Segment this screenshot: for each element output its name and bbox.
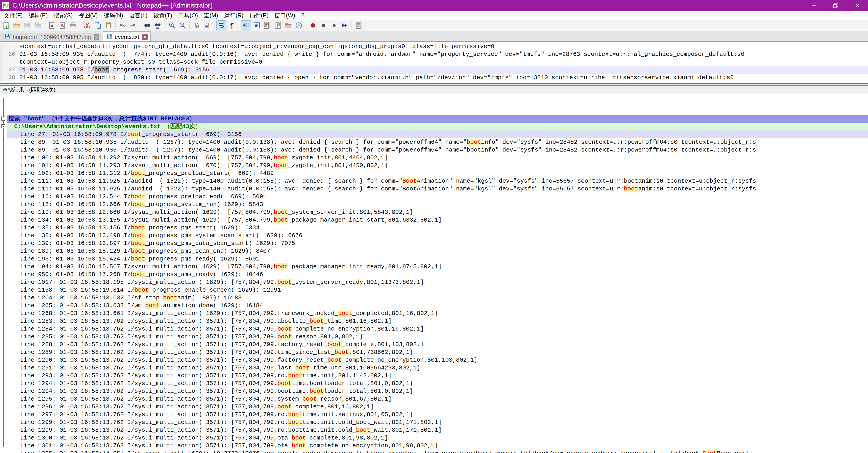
close-file-icon[interactable] [47,20,57,30]
menu-item-view[interactable]: 视图(V) [76,11,101,20]
restore-button[interactable] [825,0,846,11]
menu-item-window[interactable]: 窗口(W) [272,11,298,20]
sync-horizontal-icon[interactable] [202,20,212,30]
panel-splitter[interactable] [0,83,868,86]
result-row[interactable]: Line 1294: 01-03 16:58:13.762 I/sysui_mu… [0,387,868,395]
result-row[interactable]: Line 27: 01-03 16:58:09.978 I/boot_progr… [0,130,868,138]
menu-item-language[interactable]: 语言(L) [126,11,151,20]
cut-icon[interactable] [82,20,92,30]
zoom-in-icon[interactable] [167,20,177,30]
result-row[interactable]: Line 1294: 01-03 16:58:13.762 I/sysui_mu… [0,380,868,387]
find-icon[interactable] [142,20,152,30]
copy-icon[interactable] [93,20,103,30]
function-list-icon[interactable] [252,20,262,30]
editor-line[interactable]: scontext=u:r:hal_capabilityconfigstore_q… [0,42,868,51]
menu-item-settings[interactable]: 设置(T) [150,11,175,20]
menu-item-plugins[interactable]: 插件(P) [246,11,271,20]
editor-current-line[interactable]: 2701-03 16:58:09.978 I/boot_progress_sta… [0,66,868,74]
result-row[interactable]: Line 134: 01-03 16:58:13.155 I/sysui_mul… [0,216,868,224]
menu-item-tools[interactable]: 工具(O) [175,11,201,20]
stop-macro-icon[interactable] [318,20,329,30]
result-row[interactable]: Line 118: 01-03 16:58:12.666 I/boot_prog… [0,200,868,208]
result-row[interactable]: Line 101: 01-03 16:58:11.293 I/sysui_mul… [0,162,868,169]
search-summary-header[interactable]: -搜索 "boot" （1个文件中匹配到43次，总计查找$INT_REPLACE… [0,115,868,123]
indent-guide-icon[interactable] [241,20,251,30]
editor-line[interactable]: 2601-03 16:58:09.935 I/auditd ( 774): ty… [0,51,868,58]
menu-item-run[interactable]: 运行(R) [221,11,247,20]
open-folder-icon[interactable] [12,20,22,30]
result-row[interactable]: Line 135: 01-03 16:58:13.156 I/boot_prog… [0,224,868,232]
menu-item-macro[interactable]: 宏(M) [201,11,221,20]
editor-line[interactable]: tcontext=u:object_r:property_socket:s0 t… [0,58,868,66]
result-row[interactable]: Line 194: 01-03 16:58:15.567 I/sysui_mul… [0,263,868,270]
file-path-header[interactable]: -C:\Users\Administrator\Desktop\events.t… [0,123,868,130]
result-row[interactable]: Line 1295: 01-03 16:58:13.762 I/sysui_mu… [0,395,868,403]
result-row[interactable]: Line 89: 01-03 16:58:10.935 I/auditd ( 1… [0,138,868,146]
sync-vertical-icon[interactable] [192,20,202,30]
doc-map-icon[interactable] [262,20,272,30]
result-row[interactable]: Line 1284: 01-03 16:58:13.762 I/sysui_mu… [0,325,868,333]
tab-events-txt[interactable]: events.txt✕ [103,31,151,41]
result-row[interactable]: Line 1264: 01-03 16:58:13.632 I/sf_stop_… [0,294,868,302]
result-row[interactable]: Line 100: 01-03 16:58:11.292 I/sysui_mul… [0,154,868,162]
menu-item-file[interactable]: 文件(F) [1,11,26,20]
result-row[interactable]: Line 1293: 01-03 16:58:13.762 I/sysui_mu… [0,372,868,380]
paste-icon[interactable] [103,20,113,30]
result-row[interactable]: Line 111: 01-03 16:58:11.925 I/auditd ( … [0,185,868,193]
doc-list-icon[interactable] [273,20,283,30]
menu-item-search[interactable]: 搜索(S) [51,11,75,20]
close-button[interactable] [846,0,868,11]
bookmark-margin[interactable] [0,58,3,66]
result-row[interactable]: Line 1285: 01-03 16:58:13.762 I/sysui_mu… [0,333,868,341]
tab-bugreport-log[interactable]: bugreport_1609664758847.log✕ [1,33,102,41]
menu-item-help[interactable]: ? [298,11,307,20]
result-row[interactable]: Line 1288: 01-03 16:58:13.762 I/sysui_mu… [0,341,868,348]
show-all-chars-icon[interactable]: ¶ [227,20,237,30]
close-all-icon[interactable] [58,20,67,30]
zoom-out-icon[interactable] [178,20,188,30]
result-row[interactable]: Line 89: 01-03 16:58:10.935 I/auditd ( 1… [0,146,868,154]
bookmark-margin[interactable] [0,66,3,74]
result-row[interactable]: Line 1325: 01-03 16:58:14.951 I/am_proc_… [0,450,868,453]
result-row[interactable]: Line 111: 01-03 16:58:11.925 I/auditd ( … [0,177,868,185]
result-row[interactable]: Line 1297: 01-03 16:58:13.762 I/sysui_mu… [0,411,868,418]
bookmark-margin[interactable] [0,51,3,58]
record-macro-icon[interactable] [308,20,318,30]
result-row[interactable]: Line 102: 01-03 16:58:11.312 I/boot_prog… [0,169,868,177]
result-row[interactable]: Line 138: 01-03 16:58:13.498 I/boot_prog… [0,232,868,239]
result-row[interactable]: Line 119: 01-03 16:58:12.666 I/sysui_mul… [0,208,868,216]
result-row[interactable]: Line 116: 01-03 16:58:12.514 I/boot_prog… [0,193,868,200]
result-row[interactable]: Line 1301: 01-03 16:58:13.763 I/sysui_mu… [0,442,868,450]
monitoring-icon[interactable] [294,20,304,30]
run-macro-multi-icon[interactable] [340,20,350,30]
result-row[interactable]: Line 1300: 01-03 16:58:13.762 I/sysui_mu… [0,434,868,442]
result-row[interactable]: Line 1017: 01-03 16:58:18.195 I/sysui_mu… [0,278,868,286]
macro-save-icon[interactable] [354,20,364,30]
result-row[interactable]: Line 950: 01-03 16:58:17.268 I/boot_prog… [0,270,868,278]
result-row[interactable]: Line 1290: 01-03 16:58:13.762 I/sysui_mu… [0,356,868,364]
result-row[interactable]: Line 1299: 01-03 16:58:13.762 I/sysui_mu… [0,418,868,426]
result-row[interactable]: Line 1283: 01-03 16:58:13.762 I/sysui_mu… [0,317,868,325]
new-file-icon[interactable] [1,20,11,30]
result-row[interactable]: Line 1268: 01-03 16:58:13.661 I/sysui_mu… [0,310,868,317]
folder-workspace-icon[interactable] [283,20,293,30]
result-row[interactable]: Line 1296: 01-03 16:58:13.762 I/sysui_mu… [0,403,868,411]
result-row[interactable]: Line 1299: 01-03 16:58:13.762 I/sysui_mu… [0,426,868,434]
result-row[interactable]: Line 1138: 01-03 16:58:19.814 I/boot_pro… [0,286,868,294]
result-row[interactable]: Line 1291: 01-03 16:58:13.762 I/sysui_mu… [0,364,868,372]
menu-item-encoding[interactable]: 编码(N) [101,11,126,20]
minimize-button[interactable] [803,0,825,11]
result-row[interactable]: Line 139: 01-03 16:58:13.897 I/boot_prog… [0,239,868,247]
redo-icon[interactable] [128,20,138,30]
menu-item-edit[interactable]: 编辑(E) [26,11,51,20]
tab-close-icon[interactable]: ✕ [94,34,99,40]
result-row[interactable]: Line 193: 01-03 16:58:15.424 I/boot_prog… [0,255,868,263]
editor-area[interactable]: scontext=u:r:hal_capabilityconfigstore_q… [0,42,868,83]
result-row[interactable]: Line 1265: 01-03 16:58:13.633 I/wm_boot_… [0,302,868,310]
bookmark-margin[interactable] [0,42,3,51]
tab-close-icon[interactable]: ✕ [142,34,148,40]
word-wrap-icon[interactable] [216,20,226,30]
play-macro-icon[interactable] [329,20,339,30]
undo-icon[interactable] [118,20,127,30]
result-row[interactable]: Line 1289: 01-03 16:58:13.762 I/sysui_mu… [0,348,868,356]
